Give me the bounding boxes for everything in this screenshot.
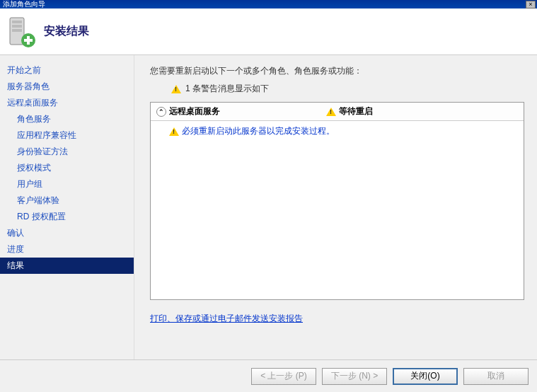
header: 安装结果 bbox=[0, 8, 537, 55]
back-button: < 上一步 (P) bbox=[251, 368, 316, 385]
result-message-row: 必须重新启动此服务器以完成安装过程。 bbox=[169, 125, 518, 137]
warning-count-text: 1 条警告消息显示如下 bbox=[185, 83, 269, 95]
window-title: 添加角色向导 bbox=[3, 0, 45, 9]
close-icon: × bbox=[529, 1, 532, 8]
sidebar-item-12[interactable]: 结果 bbox=[0, 258, 134, 274]
svg-rect-6 bbox=[24, 39, 33, 42]
close-button[interactable]: 关闭(O) bbox=[393, 368, 458, 385]
sidebar-item-11[interactable]: 进度 bbox=[0, 241, 134, 258]
collapse-toggle-icon[interactable]: ⌃ bbox=[156, 107, 166, 117]
warning-icon bbox=[169, 127, 179, 136]
svg-rect-2 bbox=[12, 25, 22, 28]
sidebar-item-3[interactable]: 角色服务 bbox=[0, 111, 134, 127]
sidebar-item-0[interactable]: 开始之前 bbox=[0, 62, 134, 79]
sidebar-item-8[interactable]: 客户端体验 bbox=[0, 192, 134, 209]
sidebar-item-10[interactable]: 确认 bbox=[0, 225, 134, 241]
next-button: 下一步 (N) > bbox=[322, 368, 387, 385]
warning-icon bbox=[326, 108, 336, 116]
content-pane: 您需要重新启动以下一个或多个角色、角色服务或功能： 1 条警告消息显示如下 ⌃ … bbox=[134, 55, 537, 359]
warning-summary: 1 条警告消息显示如下 bbox=[150, 83, 524, 95]
sidebar-item-2[interactable]: 远程桌面服务 bbox=[0, 95, 134, 111]
result-box: ⌃ 远程桌面服务 等待重启 必须重新启动此服务器以完成安装过程。 bbox=[150, 102, 524, 300]
page-title: 安装结果 bbox=[44, 24, 89, 39]
window-close-button[interactable]: × bbox=[526, 1, 536, 8]
result-body: 必须重新启动此服务器以完成安装过程。 bbox=[151, 121, 524, 142]
sidebar-item-5[interactable]: 身份验证方法 bbox=[0, 144, 134, 160]
sidebar-item-1[interactable]: 服务器角色 bbox=[0, 79, 134, 95]
sidebar-item-4[interactable]: 应用程序兼容性 bbox=[0, 127, 134, 144]
svg-rect-1 bbox=[12, 21, 22, 23]
result-status: 等待重启 bbox=[339, 105, 373, 117]
result-message: 必须重新启动此服务器以完成安装过程。 bbox=[182, 125, 335, 137]
server-add-icon bbox=[6, 15, 37, 49]
svg-rect-3 bbox=[12, 29, 22, 32]
result-header[interactable]: ⌃ 远程桌面服务 等待重启 bbox=[151, 103, 524, 121]
result-role-name: 远程桌面服务 bbox=[169, 105, 220, 117]
title-bar: 添加角色向导 × bbox=[0, 0, 537, 8]
sidebar-item-7[interactable]: 用户组 bbox=[0, 176, 134, 192]
intro-text: 您需要重新启动以下一个或多个角色、角色服务或功能： bbox=[150, 65, 524, 77]
cancel-button: 取消 bbox=[463, 368, 529, 385]
sidebar: 开始之前服务器角色远程桌面服务角色服务应用程序兼容性身份验证方法授权模式用户组客… bbox=[0, 55, 134, 359]
warning-icon bbox=[171, 85, 181, 93]
footer: < 上一步 (P) 下一步 (N) > 关闭(O) 取消 bbox=[0, 359, 537, 392]
main-area: 开始之前服务器角色远程桌面服务角色服务应用程序兼容性身份验证方法授权模式用户组客… bbox=[0, 55, 537, 359]
sidebar-item-6[interactable]: 授权模式 bbox=[0, 160, 134, 176]
sidebar-item-9[interactable]: RD 授权配置 bbox=[0, 209, 134, 225]
print-save-email-link[interactable]: 打印、保存或通过电子邮件发送安装报告 bbox=[150, 313, 303, 325]
